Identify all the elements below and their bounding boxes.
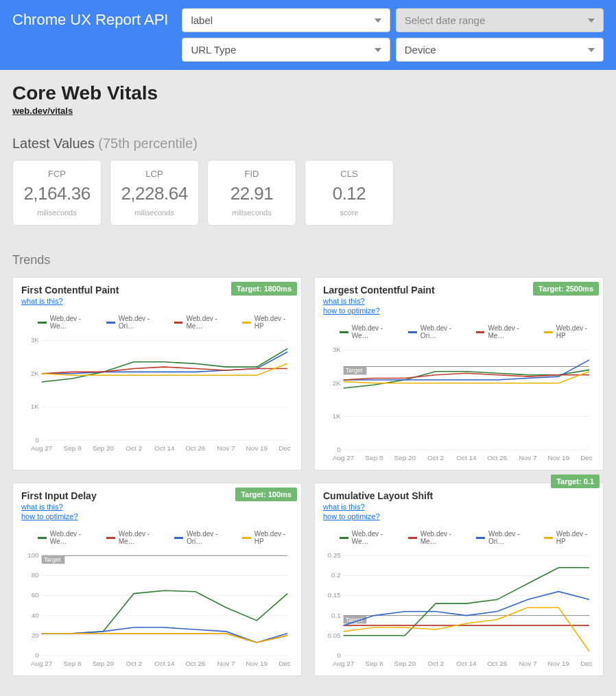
legend-swatch [242,537,251,539]
svg-text:Oct 14: Oct 14 [154,660,175,667]
chart-series-line [344,370,589,388]
chart-svg: 020406080100Aug 27Sep 8Sep 20Oct 2Oct 14… [21,548,293,671]
chart-series-line [344,608,589,651]
legend-item: Web.dev - HP [544,530,595,545]
svg-text:2K: 2K [31,370,39,377]
svg-text:100: 100 [27,551,39,559]
svg-text:Aug 27: Aug 27 [31,444,52,452]
svg-text:20: 20 [32,632,39,639]
legend-swatch [174,537,183,539]
legend-label: Web.dev - Ori… [187,530,231,545]
svg-text:Sep 20: Sep 20 [394,454,416,461]
metric-value: 2,228.64 [116,183,193,204]
legend-swatch [544,537,553,539]
metric-cards-row: FCP 2,164.36 miliseconds LCP 2,228.64 mi… [12,160,604,226]
svg-text:0.2: 0.2 [331,571,341,579]
svg-text:Sep 8: Sep 8 [366,454,383,461]
how-to-optimize-link[interactable]: how to optimize? [323,512,595,520]
svg-text:Nov 7: Nov 7 [519,454,537,461]
svg-text:Dec 1: Dec 1 [580,660,595,667]
legend-label: Web.dev - Ori… [420,324,465,339]
legend-label: Web.dev - Ori… [488,530,533,545]
chart-body: 00.050.10.150.20.25Aug 27Sep 8Sep 20Oct … [323,548,595,671]
legend-swatch [408,331,417,333]
legend-swatch [340,331,348,333]
legend-label: Web.dev - Ori… [119,315,163,330]
svg-text:Sep 8: Sep 8 [366,660,383,667]
url-type-select[interactable]: URL Type [182,38,390,62]
svg-text:0.15: 0.15 [328,591,342,599]
svg-text:Dec 1: Dec 1 [279,660,293,667]
svg-text:Oct 26: Oct 26 [487,660,508,667]
legend-item: Web.dev - HP [544,324,595,339]
legend-label: Web.dev - We… [50,530,95,545]
label-select-text: label [191,14,213,26]
legend-swatch [106,322,115,324]
legend-label: Web.dev - We… [50,315,95,330]
legend-label: Web.dev - HP [254,530,293,545]
chart-series-line [344,360,589,380]
metric-value: 22.91 [213,183,290,204]
metric-card-lcp: LCP 2,228.64 miliseconds [110,160,199,226]
svg-text:Sep 20: Sep 20 [93,444,115,452]
svg-text:80: 80 [32,571,39,579]
chart-card-fcp: Target: 1800ms First Contentful Paint wh… [12,277,302,470]
main-content: Core Web Vitals web.dev/vitals Latest Va… [0,70,616,688]
what-is-this-link[interactable]: what is this? [323,503,595,511]
legend-label: Web.dev - We… [352,530,397,545]
trends-heading: Trends [12,253,604,267]
chart-body: 01K2K3KAug 27Sep 8Sep 20Oct 2Oct 14Oct 2… [21,333,293,456]
latest-values-label: Latest Values [12,136,95,151]
legend-swatch [174,322,183,324]
legend-item: Web.dev - We… [340,324,397,339]
svg-text:Oct 26: Oct 26 [487,454,508,461]
chart-title: Cumulative Layout Shift [323,490,595,501]
svg-text:Aug 27: Aug 27 [333,660,354,667]
how-to-optimize-link[interactable]: how to optimize? [21,512,293,520]
svg-text:Sep 20: Sep 20 [394,660,416,667]
date-range-select[interactable]: Select date range [396,8,604,32]
metric-unit: score [311,208,388,217]
svg-text:3K: 3K [31,336,39,344]
svg-text:Target: Target [44,556,61,563]
legend-label: Web.dev - Me… [488,324,532,339]
how-to-optimize-link[interactable]: how to optimize? [323,307,595,315]
device-text: Device [405,44,436,56]
vitals-link[interactable]: web.dev/vitals [12,106,73,116]
label-select[interactable]: label [182,8,390,32]
svg-text:Oct 14: Oct 14 [456,454,477,461]
chart-body: 01K2K3KAug 27Sep 8Sep 20Oct 2Oct 14Oct 2… [323,342,595,466]
target-badge: Target: 100ms [235,488,297,501]
what-is-this-link[interactable]: what is this? [21,503,293,511]
metric-label: CLS [311,169,388,179]
metric-card-cls: CLS 0.12 score [305,160,394,226]
legend-item: Web.dev - We… [340,530,397,545]
svg-text:3K: 3K [333,346,341,353]
chevron-down-icon [588,48,595,52]
svg-text:0.25: 0.25 [328,551,342,559]
chart-legend: Web.dev - We…Web.dev - Me…Web.dev - Ori…… [323,530,595,545]
svg-text:Aug 27: Aug 27 [31,660,52,667]
chart-links: what is this? how to optimize? [323,297,595,315]
legend-label: Web.dev - Me… [186,315,230,330]
chevron-down-icon [375,19,381,23]
svg-text:60: 60 [32,591,39,599]
what-is-this-link[interactable]: what is this? [323,297,595,305]
device-select[interactable]: Device [396,38,604,62]
svg-text:Oct 14: Oct 14 [456,660,477,667]
what-is-this-link[interactable]: what is this? [21,297,293,305]
svg-text:Target: Target [346,367,363,374]
svg-text:Nov 19: Nov 19 [548,660,570,667]
legend-item: Web.dev - Ori… [408,324,465,339]
chart-legend: Web.dev - We…Web.dev - Ori…Web.dev - Me…… [21,315,293,330]
svg-text:Nov 19: Nov 19 [246,444,268,452]
metric-label: FID [213,169,290,179]
chart-series-line [42,367,287,374]
latest-values-heading: Latest Values (75th percentile) [12,136,604,152]
legend-label: Web.dev - HP [556,324,595,339]
svg-text:1K: 1K [31,403,39,410]
chart-legend: Web.dev - We…Web.dev - Ori…Web.dev - Me…… [323,324,595,339]
chevron-down-icon [375,48,381,52]
legend-label: Web.dev - We… [352,324,397,339]
legend-label: Web.dev - Me… [119,530,163,545]
